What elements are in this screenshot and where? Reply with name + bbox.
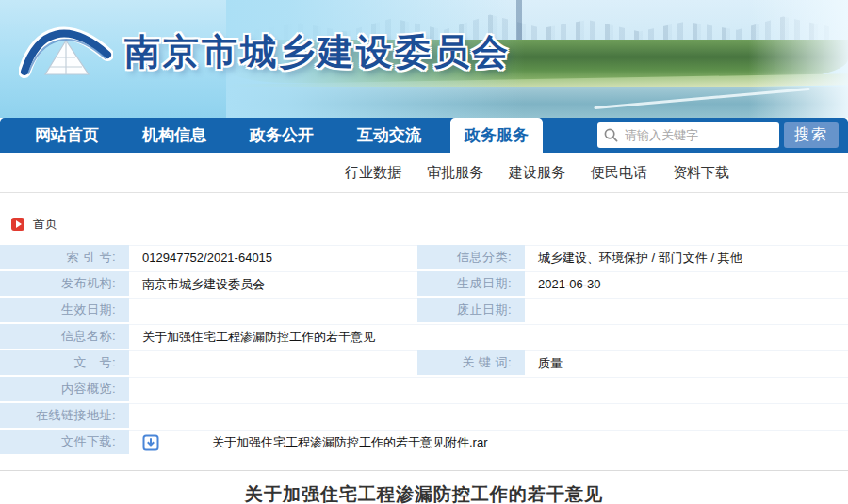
expiry-date-value [525,298,848,322]
nav-item-interaction[interactable]: 互动交流 [343,118,435,153]
effective-date-label: 生效日期: [0,298,129,322]
breadcrumb-home-link[interactable]: 首页 [33,216,57,233]
keywords-label: 关 键 词: [417,350,525,375]
page: 南京市城乡建设委员会 网站首页 机构信息 政务公开 互动交流 政务服务 搜索 行… [0,0,848,504]
summary-value [129,377,848,401]
breadcrumb: 首页 [0,193,848,245]
effective-date-value [129,298,417,322]
download-icon [142,434,159,451]
doc-no-label: 文 号: [0,350,129,375]
subnav-item-convenience-phone[interactable]: 便民电话 [591,164,647,182]
sub-nav: 行业数据 审批服务 建设服务 便民电话 资料下载 [0,153,848,193]
publisher-value: 南京市城乡建设委员会 [129,271,417,296]
site-logo-icon [19,15,113,89]
subnav-item-downloads[interactable]: 资料下载 [673,164,729,182]
info-row-index-category: 索 引 号: 012947752/2021-64015 信息分类: 城乡建设、环… [0,245,848,269]
site-title: 南京市城乡建设委员会 [124,28,511,76]
online-link-label: 在线链接地址: [0,403,129,428]
attachment-file-name: 关于加强住宅工程渗漏防控工作的若干意见附件.rar [212,434,488,451]
info-row-online-link: 在线链接地址: [0,403,848,428]
search-icon [604,128,618,142]
article: 关于加强住宅工程渗漏防控工作的若干意见 [0,470,848,504]
expiry-date-label: 废止日期: [417,298,525,322]
search-button[interactable]: 搜索 [784,122,839,148]
info-table: 索 引 号: 012947752/2021-64015 信息分类: 城乡建设、环… [0,245,848,454]
nav-item-gov-services[interactable]: 政务服务 [450,118,543,153]
attachment-download-link[interactable]: 关于加强住宅工程渗漏防控工作的若干意见附件.rar [142,434,488,451]
site-brand: 南京市城乡建设委员会 [19,15,511,89]
breadcrumb-arrow-icon [11,218,24,231]
category-value: 城乡建设、环境保护 / 部门文件 / 其他 [525,245,848,269]
publisher-label: 发布机构: [0,271,129,296]
nav-item-org-info[interactable]: 机构信息 [128,118,220,153]
nav-item-gov-disclosure[interactable]: 政务公开 [236,118,328,153]
article-title: 关于加强住宅工程渗漏防控工作的若干意见 [0,482,848,504]
nav-item-home[interactable]: 网站首页 [21,118,113,153]
info-name-value: 关于加强住宅工程渗漏防控工作的若干意见 [129,324,848,349]
subnav-item-approval-services[interactable]: 审批服务 [427,164,483,182]
create-date-value: 2021-06-30 [525,271,848,296]
info-row-docno-keywords: 文 号: 关 键 词: 质量 [0,350,848,375]
search-input[interactable] [625,128,773,142]
doc-no-value [129,350,417,375]
info-name-label: 信息名称: [0,324,129,349]
index-no-value: 012947752/2021-64015 [129,245,417,269]
info-row-download: 文件下载: 关于加强住宅工程渗漏防控工作的若干意见附件.rar [0,430,848,454]
category-label: 信息分类: [417,245,525,269]
info-row-summary: 内容概览: [0,377,848,401]
keywords-value: 质量 [525,350,848,375]
index-no-label: 索 引 号: [0,245,129,269]
search-box [597,122,779,148]
create-date-label: 生成日期: [417,271,525,296]
site-banner: 南京市城乡建设委员会 [0,0,848,118]
search-bar: 搜索 [597,122,839,148]
main-nav: 网站首页 机构信息 政务公开 互动交流 政务服务 搜索 [0,118,848,153]
subnav-item-construction-services[interactable]: 建设服务 [509,164,565,182]
summary-label: 内容概览: [0,377,129,401]
subnav-item-industry-data[interactable]: 行业数据 [345,164,401,182]
info-row-publisher-date: 发布机构: 南京市城乡建设委员会 生成日期: 2021-06-30 [0,271,848,296]
download-label: 文件下载: [0,430,129,454]
online-link-value [129,403,848,428]
info-row-info-name: 信息名称: 关于加强住宅工程渗漏防控工作的若干意见 [0,324,848,349]
info-row-effective-expiry: 生效日期: 废止日期: [0,298,848,322]
